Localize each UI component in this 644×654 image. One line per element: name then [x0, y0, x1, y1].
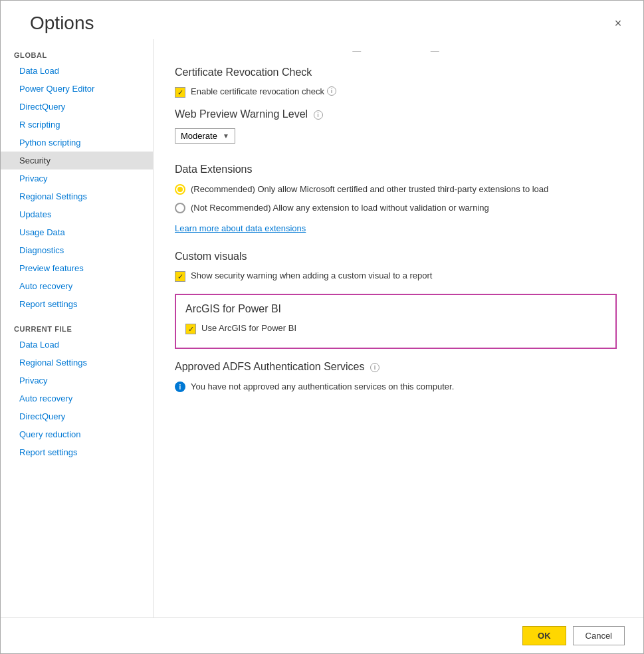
sidebar-item-cf-data-load[interactable]: Data Load — [1, 336, 153, 354]
main-content: — — Certificate Revocation Check ✓ Enabl… — [154, 39, 643, 617]
sidebar-item-privacy[interactable]: Privacy — [1, 169, 153, 187]
custom-visuals-label: Show security warning when adding a cust… — [191, 271, 432, 280]
scroll-top-indicator: — — — [175, 46, 617, 56]
arcgis-checkbox-row: ✓ Use ArcGIS for Power BI — [185, 323, 606, 334]
sidebar-item-cf-query-reduction[interactable]: Query reduction — [1, 425, 153, 443]
arcgis-title: ArcGIS for Power BI — [185, 303, 606, 315]
sidebar-item-diagnostics[interactable]: Diagnostics — [1, 241, 153, 259]
sidebar-item-cf-report-settings[interactable]: Report settings — [1, 443, 153, 461]
custom-visuals-row: ✓ Show security warning when adding a cu… — [175, 271, 617, 282]
cert-checkbox-label: Enable certificate revocation check — [191, 86, 324, 96]
arcgis-checkbox-label: Use ArcGIS for Power BI — [201, 323, 296, 333]
adfs-title: Approved ADFS Authentication Services i — [175, 361, 617, 373]
web-preview-title-text: Web Preview Warning Level — [175, 108, 308, 120]
adfs-info-text: You have not approved any authentication… — [191, 381, 617, 393]
scrollable-content[interactable]: — — Certificate Revocation Check ✓ Enabl… — [175, 39, 622, 607]
web-preview-info-icon[interactable]: i — [314, 110, 323, 120]
sidebar-item-directquery[interactable]: DirectQuery — [1, 98, 153, 116]
sidebar-item-cf-privacy[interactable]: Privacy — [1, 372, 153, 389]
current-file-section-label: CURRENT FILE — [1, 320, 153, 336]
sidebar-item-security[interactable]: Security — [1, 152, 153, 169]
cert-checkbox-row: ✓ Enable certificate revocation check i — [175, 86, 617, 98]
cert-checkbox[interactable]: ✓ — [175, 87, 185, 98]
title-bar: Options × — [1, 1, 643, 39]
options-dialog: Options × GLOBAL Data Load Power Query E… — [0, 0, 644, 654]
web-preview-title: Web Preview Warning Level i — [175, 108, 617, 120]
data-extensions-title: Data Extensions — [175, 164, 617, 175]
arcgis-checkbox[interactable]: ✓ — [185, 324, 196, 334]
radio2-label: (Not Recommended) Allow any extension to… — [191, 202, 617, 214]
dialog-title: Options — [30, 13, 94, 34]
arcgis-box: ArcGIS for Power BI ✓ Use ArcGIS for Pow… — [175, 294, 617, 349]
footer: OK Cancel — [1, 617, 643, 653]
radio1-label: (Recommended) Only allow Microsoft certi… — [191, 183, 617, 195]
sidebar-item-power-query-editor[interactable]: Power Query Editor — [1, 80, 153, 98]
sidebar-item-cf-auto-recovery[interactable]: Auto recovery — [1, 389, 153, 407]
adfs-info-icon[interactable]: i — [370, 363, 379, 372]
sidebar-item-r-scripting[interactable]: R scripting — [1, 116, 153, 134]
learn-more-link[interactable]: Learn more about data extensions — [175, 223, 306, 233]
radio1-row: (Recommended) Only allow Microsoft certi… — [175, 183, 617, 195]
cert-info-icon[interactable]: i — [327, 86, 336, 96]
sidebar-item-report-settings[interactable]: Report settings — [1, 295, 153, 313]
sidebar-item-regional-settings[interactable]: Regional Settings — [1, 187, 153, 205]
sidebar-item-auto-recovery[interactable]: Auto recovery — [1, 277, 153, 295]
global-section-label: GLOBAL — [1, 46, 153, 62]
dropdown-value: Moderate — [181, 131, 217, 141]
adfs-info-row: i You have not approved any authenticati… — [175, 381, 617, 393]
radio2-button[interactable] — [175, 203, 185, 213]
close-button[interactable]: × — [609, 14, 627, 33]
dialog-body: GLOBAL Data Load Power Query Editor Dire… — [1, 39, 643, 617]
dropdown-arrow-icon: ▼ — [223, 132, 229, 140]
custom-visuals-checkbox[interactable]: ✓ — [175, 271, 185, 282]
web-preview-dropdown[interactable]: Moderate ▼ — [175, 128, 235, 144]
sidebar-item-cf-regional-settings[interactable]: Regional Settings — [1, 354, 153, 372]
cancel-button[interactable]: Cancel — [573, 626, 625, 645]
radio1-button[interactable] — [175, 184, 185, 195]
radio2-row: (Not Recommended) Allow any extension to… — [175, 202, 617, 214]
sidebar-item-usage-data[interactable]: Usage Data — [1, 223, 153, 241]
cert-section-title: Certificate Revocation Check — [175, 66, 617, 78]
sidebar-item-cf-directquery[interactable]: DirectQuery — [1, 407, 153, 425]
ok-button[interactable]: OK — [522, 626, 566, 645]
sidebar-item-updates[interactable]: Updates — [1, 205, 153, 223]
sidebar-item-python-scripting[interactable]: Python scripting — [1, 134, 153, 152]
sidebar-item-preview-features[interactable]: Preview features — [1, 259, 153, 277]
custom-visuals-title: Custom visuals — [175, 251, 617, 263]
adfs-info-bullet: i — [175, 382, 185, 392]
sidebar-item-data-load[interactable]: Data Load — [1, 62, 153, 80]
adfs-title-text: Approved ADFS Authentication Services — [175, 361, 365, 372]
sidebar: GLOBAL Data Load Power Query Editor Dire… — [1, 39, 154, 617]
